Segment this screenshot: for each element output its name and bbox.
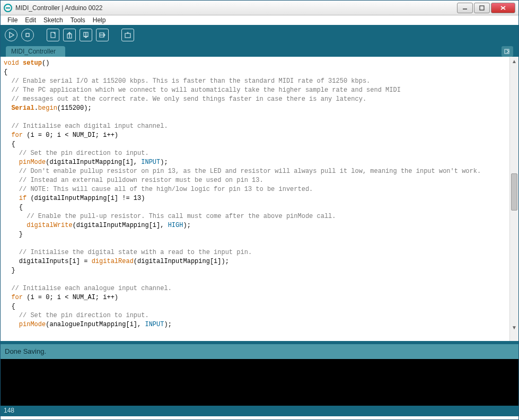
menubar: File Edit Sketch Tools Help [1,15,518,25]
new-button[interactable] [47,29,59,41]
svg-rect-5 [26,33,29,37]
vertical-scrollbar[interactable]: ▲ ▼ [509,57,518,341]
arrow-right-icon [99,31,106,39]
window-titlebar: MIDI_Controller | Arduino 0022 [1,1,518,15]
svg-rect-1 [480,6,484,10]
serial-monitor-icon [124,31,131,39]
minimize-button[interactable] [457,3,473,13]
menu-sketch[interactable]: Sketch [41,16,66,24]
new-file-icon [49,31,57,39]
status-bar: Done Saving. [1,344,518,359]
stop-button[interactable] [21,29,34,41]
console-output[interactable] [1,359,518,406]
tab-menu-button[interactable] [502,46,513,57]
serial-monitor-button[interactable] [121,29,134,41]
menu-edit[interactable]: Edit [22,16,39,24]
svg-marker-4 [10,32,14,38]
sketch-tab[interactable]: MIDI_Controller [6,46,65,57]
save-button[interactable] [80,29,92,41]
scrollbar-thumb[interactable] [511,173,517,211]
footer-bar: 148 [1,406,518,416]
arrow-right-icon [504,48,511,55]
tab-label: MIDI_Controller [11,48,56,55]
close-icon [500,5,506,11]
tabbar: MIDI_Controller [1,45,518,57]
line-number-indicator: 148 [4,407,14,414]
stop-icon [24,31,31,39]
window-title: MIDI_Controller | Arduino 0022 [15,4,103,12]
scroll-up-icon[interactable]: ▲ [510,57,518,66]
open-button[interactable] [63,29,76,41]
svg-rect-13 [125,33,130,38]
upload-button[interactable] [96,29,109,41]
svg-point-14 [127,32,128,33]
menu-help[interactable]: Help [90,16,109,24]
arrow-down-icon [82,31,90,39]
minimize-icon [462,5,468,11]
scroll-down-icon[interactable]: ▼ [510,323,518,332]
menu-tools[interactable]: Tools [68,16,88,24]
verify-button[interactable] [5,29,17,41]
arduino-icon [4,4,12,12]
maximize-icon [479,5,485,11]
play-icon [7,31,15,39]
arrow-up-icon [66,31,73,39]
toolbar [1,25,518,45]
close-button[interactable] [491,3,515,13]
code-editor[interactable]: void setup() { // Enable serial I/O at 1… [1,57,509,341]
maximize-button[interactable] [474,3,490,13]
status-text: Done Saving. [5,347,46,355]
window-controls [456,3,515,13]
menu-file[interactable]: File [5,16,20,24]
editor-area: void setup() { // Enable serial I/O at 1… [1,57,518,341]
